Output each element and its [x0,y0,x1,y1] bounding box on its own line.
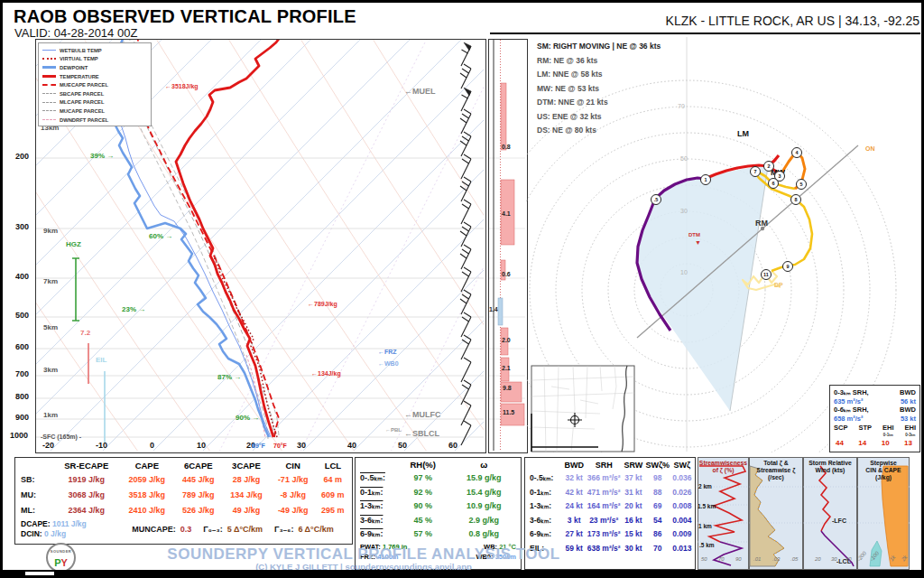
dcape-value: 1011 J/kg [52,519,87,528]
hodograph-label: ▼ [695,239,701,246]
hodograph-label: MW [771,169,785,177]
muecape-line-sample [42,84,56,86]
kinematics-row: 1-3ₖₘ: 24 kt164 m²/s²20 kt 690.008 [527,499,693,514]
ehi01-value: 10 [882,439,890,447]
hodograph-height-marker: 7 [750,166,761,177]
station-title: KLZK - LITTLE ROCK, AR US | 34.13, -92.2… [490,14,919,28]
storm-motion-line: MW: NE @ 53 kts [537,82,661,97]
ehi03-value: 13 [904,439,912,447]
col-cin: CIN [271,459,316,472]
header-rule [490,33,920,34]
mucape-line-sample [42,110,56,111]
hodograph-label: DTM [688,232,700,238]
col-swzeta-pct: SWζ% [644,459,671,471]
col-cape: CAPE [120,459,175,472]
valid-time: VALID: 04-28-2014 00Z [14,26,137,40]
pressure-tick: 800 [15,393,29,401]
col-swzeta: SWζ [671,459,693,471]
thermo-row: MU: 3068 J/kg3518 J/kg789 J/kg 134 J/kg-… [17,488,350,503]
hodograph-label: LM [737,130,749,138]
col-bwd: BWD [563,459,585,471]
thermo-header-row: SR-ECAPE CAPE 6CAPE 3CAPE CIN LCL [17,459,350,472]
hodograph-height-marker: 6 [768,178,779,189]
srh-0-6-value: 658 m²/s² [834,415,864,424]
legend-label: DEWPOINT [60,65,88,70]
hodograph-height-marker: 4 [791,147,802,158]
storm-motion-line: RM: NE @ 36 kts [537,54,661,69]
hodograph-ring-label: 70 [678,103,685,109]
legend-label: MUCAPE PARCEL [60,108,105,114]
hodograph-label: DP [774,282,783,288]
storm-motion-readout: SM: RIGHT MOVING | NE @ 36 ktsRM: NE @ 3… [537,40,661,138]
legend-label: SBCAPE PARCEL [60,91,104,97]
srh-0-3-label: 0-3ₖₘ SRH, [834,388,869,397]
hodograph-ring-label: 30 [680,208,688,214]
temperature-line-sample [42,75,56,78]
pressure-tick: 500 [15,312,29,320]
bwd-label: BWD [900,406,916,415]
pressure-tick: 400 [15,273,29,281]
hodograph-label: ON [865,145,875,152]
col-srh: SRH [585,459,623,471]
muncape-label: MUNCAPE: [132,519,176,539]
storm-motion-line: LM: NNE @ 58 kts [537,68,661,82]
hodograph-ring-label: 50 [680,155,688,162]
vorticity-title: Total ζ & Streamwise ζ (/sec) [749,460,803,481]
kinematics-row: 0-1ₖₘ: 42 kt471 m²/s²31 kt 880.026 [527,486,693,500]
pressure-tick: 700 [15,370,29,378]
muncape-value: 0.3 [180,519,192,539]
raob-profile-figure: RAOB OBSERVED VERTICAL PROFILE VALID: 04… [0,0,924,578]
muncape-block: MUNCAPE:0.3 Γ₀₋₃:5 Δ°C/km Γ₃₋₆:6 Δ°C/km [116,519,350,539]
bwd-0-6-value: 53 kt [901,415,916,424]
moisture-row: 3-6ₖₘ: 45 % 2.9 g/kg [357,514,519,528]
legend-label: VIRTUAL TEMP [60,56,98,61]
col-6cape: 6CAPE [174,459,222,472]
bwd-label: BWD [900,388,916,397]
hodograph-ring-label: 10 [680,269,688,275]
kinematics-row: 0-.5ₖₘ: 32 kt366 m²/s²37 kt 980.036 [527,471,693,486]
moisture-header-row: RH(%) ω [357,459,519,471]
hodograph-inset-stats: 0-3ₖₘ SRH,BWD 635 m²/s²56 kt 0-6ₖₘ SRH,B… [829,385,920,452]
col-omega: ω [448,459,519,471]
layer-bars-frame [488,39,528,453]
hodograph-height-marker: 11 [761,269,772,280]
scp-value: 44 [836,439,844,447]
hodograph-height-marker: 2 [763,161,774,172]
legend-label: MUECAPE PARCEL [60,82,108,88]
wetbulb-line-sample [42,50,56,51]
state-map-inset [531,366,634,452]
moisture-row: 6-9ₖₘ: 57 % 0.8 g/kg [357,527,519,542]
stepwise-cape-title: Stepwise CIN & CAPE (J/kg) [857,460,910,481]
hodograph-height-marker: 1 [700,174,711,185]
pressure-tick: 200 [15,153,29,161]
storm-motion-line: DTM: NNE @ 21 kts [537,96,661,110]
hodograph-height-marker: 8 [790,194,801,205]
logo-text: SOUNDER [48,549,74,554]
kinematics-row: 3-6ₖₘ: 3 kt23 m²/s²16 kt 540.004 [527,514,693,528]
hodograph-height-marker: 5 [796,179,807,190]
dcin-label: DCIN: [21,529,42,538]
lapse-3-6-label: Γ₃₋₆: [274,519,293,539]
kinematics-row: 6-9ₖₘ: 27 kt173 m²/s²15 kt 860.009 [527,527,693,542]
pressure-tick: 300 [15,223,29,231]
footer-tool-name: SOUNDERPY VERTICAL PROFILE ANALYSIS TOOL [138,545,589,564]
sounderpy-logo: SOUNDERPY [46,543,76,573]
pressure-tick: 600 [15,343,29,351]
legend-label: WETBULB TEMP [60,48,102,53]
srh-0-6-label: 0-6ₖₘ SRH, [834,406,869,415]
thermo-row: SB: 1919 J/kg2059 J/kg445 J/kg 28 J/kg-7… [17,472,350,488]
legend-label: TEMPERATURE [60,74,99,79]
bwd-0-3-value: 56 kt [901,397,916,406]
pressure-tick: 900 [15,414,29,422]
moisture-row: 0-1ₖₘ: 92 % 15.4 g/kg [357,486,519,500]
bottom-bar-notch [25,572,54,578]
mlcape-line-sample [42,102,56,103]
legend-label: DWNDRFT PARCEL [60,117,108,123]
skewt-legend: WETBULB TEMP VIRTUAL TEMP DEWPOINT TEMPE… [38,42,152,126]
virtualtemp-line-sample [42,58,56,60]
lapse-3-6-value: 6 Δ°C/km [298,519,333,539]
dcin-value: 0 J/kg [44,529,66,538]
dcape-label: DCAPE: [21,519,51,528]
stp-header: STP [858,424,872,439]
scp-header: SCP [834,424,847,439]
